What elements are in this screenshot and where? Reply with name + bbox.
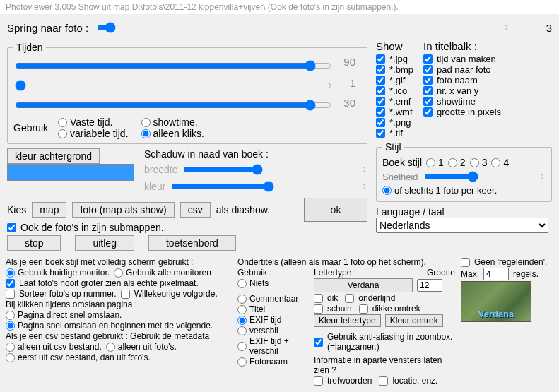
- radio-commentaar[interactable]: Commentaar: [237, 294, 308, 304]
- check-tif[interactable]: *.tif: [376, 128, 413, 138]
- font-column: Lettertype : Grootte Verdana dik onderli…: [314, 257, 455, 392]
- check-tijd-maken[interactable]: tijd van maken: [423, 54, 501, 64]
- radio-exif-tijd[interactable]: EXIF tijd: [237, 315, 308, 325]
- kleur-lettertype-button[interactable]: Kleur lettertype: [314, 314, 381, 327]
- check-bmp[interactable]: *.bmp: [376, 64, 413, 75]
- als-diashow-label: als diashow.: [216, 204, 270, 215]
- radio-alle-monitoren[interactable]: Gebruik alle monitoren: [114, 268, 211, 278]
- ok-button[interactable]: ok: [304, 198, 367, 222]
- radio-csv-then-foto[interactable]: eerst uit csv bestand, dan uit foto's.: [6, 352, 232, 362]
- check-pixelmaat[interactable]: Laat foto's nooit groter zien als echte …: [6, 278, 232, 288]
- slechts-1-foto[interactable]: of slechts 1 foto per keer.: [382, 185, 497, 196]
- check-showtime[interactable]: showtime: [423, 96, 501, 107]
- radio-omslaan-volgende[interactable]: Pagina snel omslaan en beginnen met de v…: [6, 321, 232, 331]
- jump-slider[interactable]: [97, 20, 508, 35]
- toetsenbord-button[interactable]: toetsenbord: [148, 235, 236, 251]
- radio-fotonaam[interactable]: Fotonaam: [237, 357, 308, 367]
- schaduw-breedte-label: breedte: [144, 164, 177, 175]
- font-preview-text: Verdana: [478, 309, 514, 319]
- snelheid-slider[interactable]: [424, 170, 544, 184]
- radio-foto-only[interactable]: alleen uit foto's.: [106, 342, 177, 352]
- tijden-slider-1[interactable]: [15, 59, 331, 73]
- tijden-slider-2[interactable]: [15, 78, 331, 93]
- radio-niets[interactable]: Niets: [237, 278, 308, 288]
- titelbalk-head: In titelbalk :: [423, 40, 501, 52]
- kies-csv-button[interactable]: csv: [180, 202, 211, 218]
- show-head: Show: [376, 40, 413, 52]
- schaduw-kleur-slider[interactable]: [171, 179, 366, 194]
- schaduw-breedte-slider[interactable]: [183, 162, 366, 177]
- tijden-slider-3[interactable]: [15, 98, 331, 112]
- max-label: Max.: [461, 269, 479, 279]
- show-filetypes-group: Show *.jpg *.bmp *.gif *.ico *.emf *.wmf…: [376, 40, 413, 138]
- check-gif[interactable]: *.gif: [376, 75, 413, 85]
- radio-titel[interactable]: Titel: [237, 304, 308, 314]
- language-select[interactable]: Nederlands: [376, 218, 548, 233]
- radio-showtime[interactable]: showtime.: [141, 117, 204, 128]
- tijden-legend: Tijden: [13, 42, 46, 53]
- font-size-spinner[interactable]: [417, 279, 442, 292]
- check-geen-regeleinden[interactable]: Geen 'regeleinden'.: [461, 257, 553, 267]
- font-family-select[interactable]: Verdana: [314, 278, 413, 292]
- kies-map-button[interactable]: map: [32, 202, 66, 218]
- bottom-left-column: Als je een boek stijl met volledig scher…: [6, 257, 232, 362]
- kleur-omtrek-button[interactable]: Kleur omtrek: [385, 314, 443, 327]
- grootte-label: Grootte: [427, 268, 455, 278]
- radio-direct-omslaan[interactable]: Pagina direct snel omslaan.: [6, 310, 232, 320]
- subtitles-column: Ondertitels (alleen als maar 1 foto op h…: [237, 257, 308, 367]
- kies-label: Kies: [7, 204, 26, 215]
- boekstijl-3[interactable]: 3: [470, 157, 488, 168]
- radio-csv-only[interactable]: alleen uit csv bestand.: [6, 342, 102, 352]
- check-nr-xy[interactable]: nr. x van y: [423, 85, 501, 96]
- snelheid-label: Snelheid: [382, 172, 418, 182]
- check-dik[interactable]: dik: [314, 293, 338, 303]
- window-titlebar: Photoviewer 3.005 Show uit map D:\foto's…: [0, 0, 559, 15]
- background-color-button[interactable]: kleur achtergrond: [7, 148, 100, 164]
- radio-vaste-tijd[interactable]: Vaste tijd.: [58, 117, 129, 128]
- check-jpg[interactable]: *.jpg: [376, 54, 413, 64]
- window-title: Photoviewer 3.005 Show uit map D:\foto's…: [6, 2, 399, 12]
- check-wmf[interactable]: *.wmf: [376, 107, 413, 117]
- check-willekeurig[interactable]: Willekeurige volgorde.: [121, 289, 218, 299]
- jump-label: Spring naar foto :: [7, 22, 88, 34]
- check-trefwoorden[interactable]: trefwoorden: [314, 376, 372, 386]
- titlebar-options-group: In titelbalk : tijd van maken pad naar f…: [423, 40, 501, 138]
- preview-column: Geen 'regeleinden'. Max. regels. Verdana: [461, 257, 553, 322]
- check-grootte-px[interactable]: grootte in pixels: [423, 107, 501, 117]
- tijden-group: Tijden 90 1 30 Gebruik: [7, 42, 367, 144]
- check-ico[interactable]: *.ico: [376, 85, 413, 96]
- stop-button[interactable]: stop: [7, 235, 61, 251]
- stijl-group: Stijl Boek stijl 1 2 3 4 Snelheid of sle…: [376, 141, 552, 202]
- boekstijl-2[interactable]: 2: [448, 157, 466, 168]
- boekstijl-1[interactable]: 1: [426, 157, 444, 168]
- check-sorteer-nummer[interactable]: Sorteer foto's op nummer.: [6, 289, 117, 299]
- max-regels-spinner[interactable]: [483, 268, 509, 280]
- check-pad-foto[interactable]: pad naar foto: [423, 64, 501, 75]
- background-color-preview[interactable]: [7, 164, 134, 181]
- submappen-checkbox[interactable]: Ook de foto's in zijn submappen.: [7, 222, 367, 233]
- radio-exif-verschil[interactable]: EXIF tijd + verschil: [237, 336, 308, 356]
- check-schuin[interactable]: schuin: [314, 304, 352, 314]
- radio-alleen-kliks[interactable]: alleen kliks.: [141, 128, 204, 139]
- check-png[interactable]: *.png: [376, 117, 413, 128]
- radio-variabele-tijd[interactable]: variabele tijd.: [58, 128, 129, 139]
- stijl-legend: Stijl: [382, 141, 404, 153]
- check-anti-aliasing[interactable]: Gebruik anti-aliasing in zoombox. (=lang…: [314, 332, 455, 352]
- check-onderlijnd[interactable]: onderlijnd: [345, 293, 395, 303]
- info-vensters-label: Informatie in aparte vensters laten zien…: [314, 355, 455, 375]
- uitleg-button[interactable]: uitleg: [75, 235, 134, 251]
- gebruik-label: Gebruik: [13, 122, 48, 133]
- kies-foto-button[interactable]: foto (map als show): [72, 202, 174, 218]
- boekstijl-4[interactable]: 4: [491, 157, 509, 168]
- check-emf[interactable]: *.emf: [376, 96, 413, 107]
- check-foto-naam[interactable]: foto naam: [423, 75, 501, 85]
- radio-huidige-monitor[interactable]: Gebruik huidige monitor.: [6, 268, 110, 278]
- check-locatie[interactable]: locatie, enz.: [379, 376, 437, 386]
- gebruik-sub-label: Gebruik :: [237, 268, 308, 278]
- boekstijl-label: Boek stijl: [382, 157, 422, 168]
- csv-header: Als je een csv bestand gebruikt : Gebrui…: [6, 331, 232, 341]
- font-preview-thumbnail: Verdana: [461, 281, 531, 322]
- schaduw-kleur-label: kleur: [144, 181, 165, 192]
- radio-verschil[interactable]: verschil: [237, 326, 308, 335]
- check-dikke-omtrek[interactable]: dikke omtrek: [359, 304, 420, 314]
